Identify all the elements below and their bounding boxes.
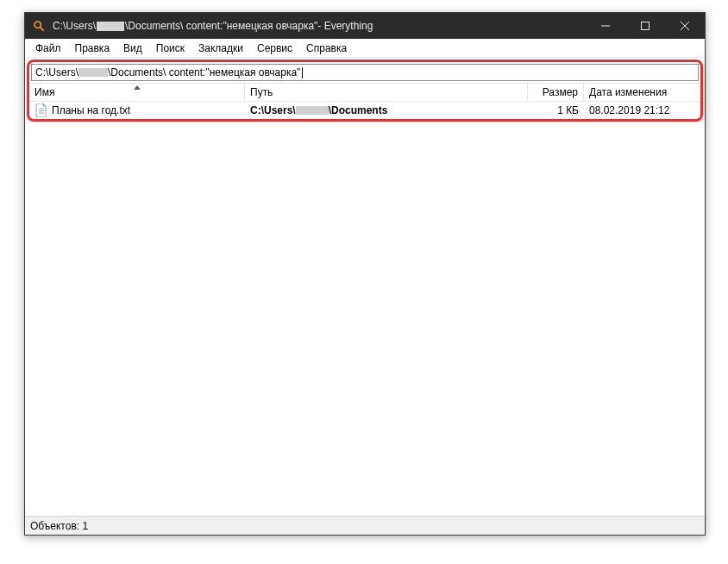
redacted-user [296,106,329,115]
object-count: Объектов: 1 [30,520,88,532]
menu-tools[interactable]: Сервис [250,41,299,56]
menu-help[interactable]: Справка [299,41,354,56]
search-row: C:\Users\\Documents\ content:"немецкая о… [29,62,700,83]
text-file-icon [35,103,48,117]
app-window: C:\Users\\Documents\ content:"немецкая о… [24,12,706,536]
svg-rect-3 [642,22,650,30]
svg-line-1 [41,28,44,31]
text-cursor [302,67,303,78]
minimize-button[interactable] [586,13,625,39]
sort-ascending-icon [134,85,141,90]
statusbar: Объектов: 1 [25,516,705,535]
column-size[interactable]: Размер [528,84,584,101]
results-area[interactable] [25,122,705,516]
close-button[interactable] [665,13,705,39]
app-icon [32,19,46,33]
window-title: C:\Users\\Documents\ content:"немецкая о… [53,20,373,32]
cell-date: 08.02.2019 21:12 [584,104,700,116]
column-name[interactable]: Имя [29,84,245,101]
file-name: Планы на год.txt [52,104,130,116]
menu-search[interactable]: Поиск [149,41,191,56]
redacted-user [97,22,124,31]
menu-view[interactable]: Вид [116,41,149,56]
maximize-button[interactable] [625,13,665,39]
column-headers: Имя Путь Размер Дата изменения [29,83,700,102]
menu-file[interactable]: Файл [28,41,68,56]
result-row[interactable]: Планы на год.txt C:\Users\\Documents 1 К… [29,102,700,119]
window-controls [586,13,705,39]
menu-bookmarks[interactable]: Закладки [191,41,250,56]
cell-size: 1 КБ [528,104,584,116]
cell-path: C:\Users\\Documents [245,104,528,116]
menu-edit[interactable]: Правка [68,41,117,56]
column-date[interactable]: Дата изменения [584,84,700,101]
redacted-user [78,68,108,77]
search-input[interactable]: C:\Users\\Documents\ content:"немецкая о… [31,64,699,81]
column-path[interactable]: Путь [245,84,528,101]
titlebar[interactable]: C:\Users\\Documents\ content:"немецкая о… [25,13,705,39]
highlight-annotation: C:\Users\\Documents\ content:"немецкая о… [27,60,703,122]
menubar: Файл Правка Вид Поиск Закладки Сервис Сп… [25,39,705,58]
cell-name: Планы на год.txt [29,103,245,117]
